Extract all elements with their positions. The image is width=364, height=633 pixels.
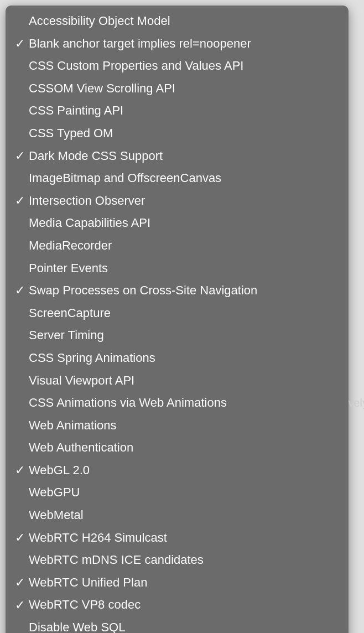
- feature-flags-dropdown[interactable]: Accessibility Object Model✓Blank anchor …: [6, 6, 349, 633]
- menu-item-label: Pointer Events: [29, 261, 108, 277]
- menu-item-label: WebGL 2.0: [29, 463, 90, 479]
- menu-item-mediarecorder[interactable]: MediaRecorder: [6, 235, 349, 257]
- menu-item-webrtc-vp8[interactable]: ✓WebRTC VP8 codec: [6, 594, 349, 616]
- checkmark-icon: ✓: [13, 37, 27, 51]
- overflow-peek: vely: [348, 397, 364, 409]
- menu-item-webgpu[interactable]: WebGPU: [6, 481, 349, 504]
- menu-item-label: CSS Custom Properties and Values API: [29, 58, 243, 74]
- checkmark-icon: ✓: [13, 149, 27, 163]
- menu-item-label: WebMetal: [29, 507, 84, 523]
- menu-item-label: Blank anchor target implies rel=noopener: [29, 36, 251, 52]
- menu-item-label: MediaRecorder: [29, 238, 112, 254]
- checkmark-icon: ✓: [13, 598, 27, 613]
- menu-item-label: WebRTC H264 Simulcast: [29, 530, 167, 546]
- menu-item-label: ScreenCapture: [29, 305, 111, 321]
- menu-item-label: Web Authentication: [29, 440, 133, 456]
- checkmark-icon: ✓: [13, 531, 27, 545]
- menu-item-label: Accessibility Object Model: [29, 13, 170, 29]
- menu-item-visual-viewport-api[interactable]: Visual Viewport API: [6, 370, 349, 392]
- checkmark-icon: ✓: [13, 463, 27, 478]
- menu-item-css-spring-animations[interactable]: CSS Spring Animations: [6, 347, 349, 370]
- menu-item-disable-web-sql[interactable]: Disable Web SQL: [6, 616, 349, 633]
- menu-item-label: Swap Processes on Cross-Site Navigation: [29, 283, 257, 299]
- menu-item-webrtc-unified[interactable]: ✓WebRTC Unified Plan: [6, 572, 349, 594]
- menu-item-pointer-events[interactable]: Pointer Events: [6, 257, 349, 280]
- menu-item-label: Web Animations: [29, 418, 117, 434]
- checkmark-icon: ✓: [13, 283, 27, 298]
- menu-item-media-capabilities-api[interactable]: Media Capabilities API: [6, 212, 349, 235]
- menu-item-webgl-2[interactable]: ✓WebGL 2.0: [6, 459, 349, 482]
- menu-item-css-animations-web[interactable]: CSS Animations via Web Animationsvely: [6, 392, 349, 414]
- menu-item-web-authentication[interactable]: Web Authentication: [6, 437, 349, 459]
- checkmark-icon: ✓: [13, 194, 27, 208]
- menu-item-label: WebRTC Unified Plan: [29, 575, 147, 591]
- menu-item-css-typed-om[interactable]: CSS Typed OM: [6, 122, 349, 145]
- menu-item-dark-mode-css[interactable]: ✓Dark Mode CSS Support: [6, 145, 349, 168]
- menu-item-webmetal[interactable]: WebMetal: [6, 504, 349, 527]
- menu-item-css-painting-api[interactable]: CSS Painting API: [6, 100, 349, 122]
- menu-item-css-custom-properties[interactable]: CSS Custom Properties and Values API: [6, 55, 349, 77]
- checkmark-icon: ✓: [13, 575, 27, 590]
- menu-item-label: Dark Mode CSS Support: [29, 148, 163, 164]
- menu-item-web-animations[interactable]: Web Animations: [6, 414, 349, 437]
- menu-item-accessibility-object-model[interactable]: Accessibility Object Model: [6, 10, 349, 33]
- menu-item-label: Visual Viewport API: [29, 373, 134, 389]
- menu-item-label: CSS Spring Animations: [29, 350, 155, 366]
- menu-item-label: Disable Web SQL: [29, 620, 125, 633]
- menu-item-webrtc-h264[interactable]: ✓WebRTC H264 Simulcast: [6, 527, 349, 549]
- menu-item-screencapture[interactable]: ScreenCapture: [6, 302, 349, 325]
- menu-item-blank-anchor-target[interactable]: ✓Blank anchor target implies rel=noopene…: [6, 33, 349, 55]
- menu-item-imagebitmap-offscreencanvas[interactable]: ImageBitmap and OffscreenCanvas: [6, 167, 349, 190]
- menu-item-label: CSS Animations via Web Animations: [29, 395, 227, 411]
- menu-item-swap-processes[interactable]: ✓Swap Processes on Cross-Site Navigation: [6, 279, 349, 302]
- menu-item-label: CSS Typed OM: [29, 126, 113, 142]
- menu-item-label: WebRTC mDNS ICE candidates: [29, 552, 204, 568]
- menu-item-cssom-view-scrolling[interactable]: CSSOM View Scrolling API: [6, 77, 349, 100]
- menu-item-intersection-observer[interactable]: ✓Intersection Observer: [6, 190, 349, 212]
- menu-item-server-timing[interactable]: Server Timing: [6, 324, 349, 347]
- menu-item-label: WebRTC VP8 codec: [29, 597, 141, 613]
- menu-item-label: Media Capabilities API: [29, 215, 150, 231]
- menu-item-label: Server Timing: [29, 328, 104, 344]
- menu-item-webrtc-mdns[interactable]: WebRTC mDNS ICE candidates: [6, 549, 349, 572]
- menu-item-label: Intersection Observer: [29, 193, 145, 209]
- menu-item-label: WebGPU: [29, 485, 80, 501]
- menu-item-label: CSS Painting API: [29, 103, 123, 119]
- menu-item-label: ImageBitmap and OffscreenCanvas: [29, 170, 221, 186]
- menu-item-label: CSSOM View Scrolling API: [29, 81, 175, 97]
